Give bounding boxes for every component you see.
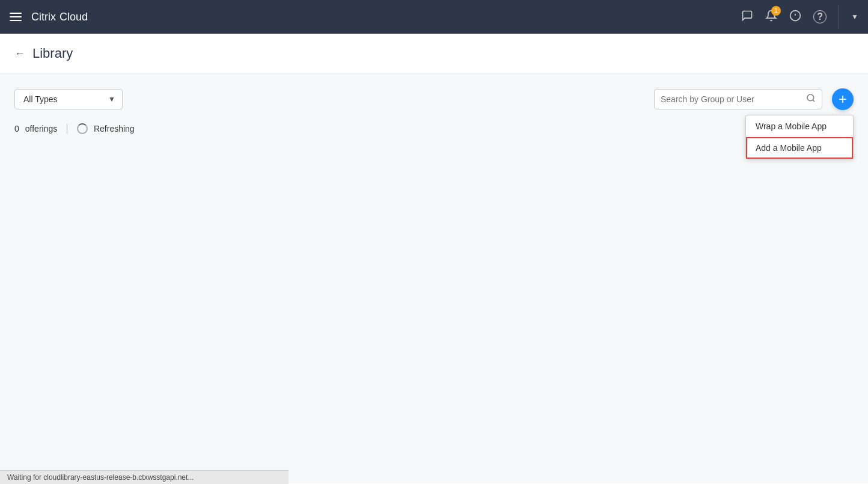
page-header: ← Library xyxy=(0,34,868,74)
svg-line-4 xyxy=(813,100,815,102)
main-area: All Types Apps Desktops ▼ + xyxy=(0,74,868,483)
offerings-count: 0 xyxy=(14,124,19,133)
page-title: Library xyxy=(32,46,73,61)
bottom-bar: Waiting for cloudlibrary-eastus-release-… xyxy=(0,470,289,484)
brand-citrix-text: Citrix xyxy=(31,11,56,23)
chevron-down-icon[interactable]: ▼ xyxy=(851,13,858,21)
back-button[interactable]: ← xyxy=(14,47,25,60)
type-filter-wrapper: All Types Apps Desktops ▼ xyxy=(14,89,123,109)
brand-logo: Citrix Cloud xyxy=(31,11,88,23)
chat-icon[interactable] xyxy=(741,10,753,24)
announcements-icon[interactable]: 1 xyxy=(765,10,777,25)
hamburger-icon[interactable] xyxy=(10,13,22,21)
type-select[interactable]: All Types Apps Desktops xyxy=(14,89,123,109)
toolbar-row: All Types Apps Desktops ▼ + xyxy=(14,88,854,110)
nav-divider xyxy=(839,5,839,29)
status-divider: | xyxy=(66,122,69,135)
refreshing-spinner-icon xyxy=(77,123,88,134)
svg-point-3 xyxy=(807,94,814,101)
add-mobile-app-item[interactable]: Add a Mobile App xyxy=(746,137,853,159)
search-icon xyxy=(806,93,816,105)
status-bar: 0 offerings | Refreshing xyxy=(14,122,854,135)
search-box xyxy=(654,89,822,109)
offerings-label: offerings xyxy=(25,124,57,133)
page-content: ← Library All Types Apps Desktops ▼ xyxy=(0,34,868,484)
bell-icon[interactable] xyxy=(789,10,801,25)
top-nav: Citrix Cloud 1 ? ▼ xyxy=(0,0,868,34)
bottom-status-text: Waiting for cloudlibrary-eastus-release-… xyxy=(7,473,194,482)
add-button[interactable]: + xyxy=(832,88,854,110)
fab-wrapper: + Wrap a Mobile App Add a Mobile App xyxy=(832,88,854,110)
search-input[interactable] xyxy=(661,90,806,109)
help-icon[interactable]: ? xyxy=(813,10,827,23)
dropdown-menu: Wrap a Mobile App Add a Mobile App xyxy=(745,115,854,159)
refreshing-label: Refreshing xyxy=(94,124,135,133)
wrap-mobile-app-item[interactable]: Wrap a Mobile App xyxy=(746,115,853,137)
notification-badge: 1 xyxy=(771,6,781,16)
brand-cloud-text: Cloud xyxy=(60,11,88,23)
